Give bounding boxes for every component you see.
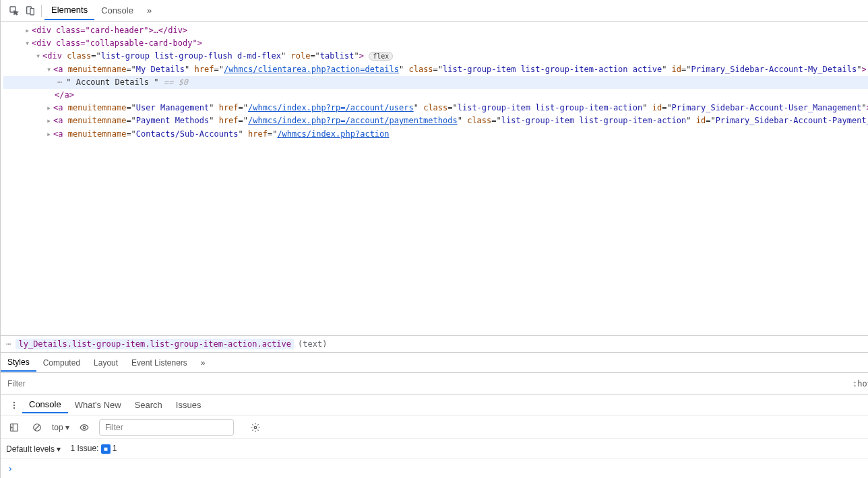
drawer-menu-icon[interactable] <box>9 400 20 411</box>
device-toggle-icon[interactable] <box>25 5 36 16</box>
svg-point-23 <box>13 404 15 405</box>
styles-more[interactable]: » <box>194 355 212 371</box>
live-expression-icon[interactable] <box>79 422 90 433</box>
layout-tab[interactable]: Layout <box>87 355 125 371</box>
selected-dom-text[interactable]: ⋯" Account Details " == $0 <box>3 76 868 89</box>
styles-tabs: Styles Computed Layout Event Listeners » <box>1 352 868 372</box>
console-toolbar: top ▾ <box>1 415 868 438</box>
styles-filter-input[interactable] <box>1 375 847 392</box>
drawer-search-tab[interactable]: Search <box>128 397 169 413</box>
clear-console-icon[interactable] <box>32 422 42 433</box>
svg-rect-11 <box>30 8 34 14</box>
levels-select[interactable]: Default levels ▾ <box>6 444 61 454</box>
issues-link[interactable]: 1 Issue: ■1 <box>70 444 117 454</box>
event-listeners-tab[interactable]: Event Listeners <box>125 355 194 371</box>
drawer-console-tab[interactable]: Console <box>22 397 68 413</box>
console-filter-input[interactable] <box>99 419 234 436</box>
svg-point-22 <box>13 401 15 403</box>
console-prompt[interactable]: › <box>1 458 868 478</box>
dom-tree[interactable]: ▸<div class="card-header">…</div> ▾<div … <box>1 22 868 335</box>
console-settings-icon[interactable] <box>250 422 261 433</box>
svg-point-31 <box>83 426 86 429</box>
devtools-tabs: Elements Console » 1 <box>1 0 868 22</box>
hov-toggle[interactable]: :hov <box>852 379 868 388</box>
drawer-issues-tab[interactable]: Issues <box>169 397 208 413</box>
tab-more[interactable]: » <box>140 1 158 20</box>
drawer-whatsnew-tab[interactable]: What's New <box>68 397 128 413</box>
devtools-panel: Elements Console » 1 ▸<div class="card-h… <box>0 0 868 478</box>
computed-tab[interactable]: Computed <box>36 355 87 371</box>
inspect-element-icon[interactable] <box>9 5 20 16</box>
tab-console[interactable]: Console <box>94 1 140 20</box>
styles-tab[interactable]: Styles <box>1 354 36 372</box>
context-select[interactable]: top ▾ <box>52 423 69 432</box>
svg-point-32 <box>254 426 257 429</box>
svg-line-30 <box>35 425 40 430</box>
drawer-tabs: Console What's New Search Issues <box>1 394 868 415</box>
svg-point-24 <box>13 407 15 408</box>
console-status-row: Default levels ▾ 1 Issue: ■1 <box>1 438 868 458</box>
dom-breadcrumb[interactable]: ⋯ ly_Details.list-group-item.list-group-… <box>1 335 868 352</box>
tab-elements[interactable]: Elements <box>44 1 94 20</box>
console-sidebar-icon[interactable] <box>9 422 20 433</box>
